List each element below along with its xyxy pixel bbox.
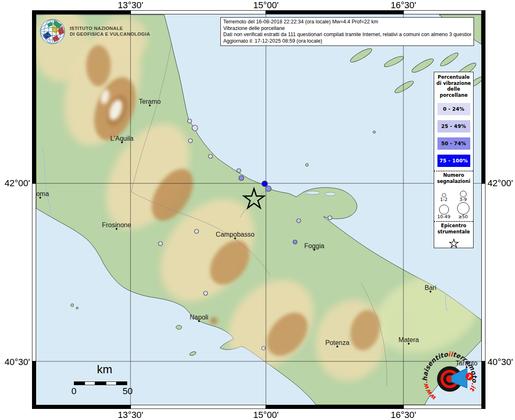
felt-report-point (208, 154, 213, 158)
legend-class-swatch: 25 - 49% (437, 120, 470, 132)
frame-segment (32, 361, 36, 409)
frame-bottom (32, 405, 485, 409)
frame-segment (481, 183, 485, 361)
felt-report-point (262, 181, 268, 187)
frame-segment (32, 10, 36, 183)
size-class-label: ≥50 (453, 215, 473, 219)
map-canvas: TeramoL'AquilaRomaFrosinoneCampobassoFog… (36, 14, 481, 405)
city-marker (39, 197, 41, 199)
scale-bar-unit: km (82, 363, 127, 376)
legend-color-classes: 0 - 24%25 - 49%50 - 74%75 - 100% (434, 103, 473, 167)
frame-segment (32, 10, 130, 14)
city-label: Frosinone (102, 221, 131, 228)
legend-title-line: porcellane (434, 92, 473, 98)
city-label: Potenza (325, 339, 350, 346)
city-marker (408, 343, 410, 345)
scale-bar-segment (74, 381, 85, 385)
axis-label-top-3: 16°30' (375, 0, 432, 11)
frame-top (32, 10, 485, 14)
felt-report-point (192, 125, 198, 131)
legend-title-line: Numero (434, 172, 473, 178)
legend-title-line: di vibrazione (434, 80, 473, 87)
city-marker (116, 228, 117, 230)
legend-class-swatch: 0 - 24% (437, 103, 470, 115)
axis-label-top-1: 13°30' (102, 0, 159, 11)
city-marker (198, 320, 200, 322)
axis-label-bottom-2: 15°00' (237, 410, 295, 420)
city-label: Bari (425, 284, 436, 291)
city-label: Napoli (190, 314, 208, 321)
frame-left (32, 10, 36, 409)
frame-segment (32, 405, 130, 409)
felt-report-point (266, 186, 271, 192)
event-info-box: Terremoto del 16-08-2018 22:22:34 (ora l… (220, 17, 474, 46)
legend-epicenter-star (434, 238, 473, 249)
legend-size-class: 1-2 (434, 185, 453, 202)
size-circle-icon (457, 202, 469, 215)
city-label: Roma (36, 190, 49, 197)
city-label: Teramo (139, 98, 160, 105)
city-label: Matera (398, 336, 419, 343)
felt-report-point (158, 242, 163, 246)
axis-label-right-2: 40°30' (488, 357, 513, 368)
frame-segment (403, 10, 485, 14)
ingv-globe-icon (39, 18, 66, 45)
felt-report-point (328, 216, 332, 220)
scale-bar-segment (117, 381, 127, 385)
legend-size-class: ≥50 (453, 202, 473, 219)
frame-segment (130, 10, 266, 14)
legend-percent-title: Percentuale di vibrazione delle porcella… (434, 72, 473, 98)
size-class-label: 1-2 (434, 197, 453, 202)
legend-title-line: delle (434, 86, 473, 92)
frame-segment (266, 405, 403, 409)
legend-title-line: segnalazioni (434, 178, 473, 185)
ingv-felt-map-page: TeramoL'AquilaRomaFrosinoneCampobassoFog… (0, 0, 515, 420)
felt-report-point (195, 229, 199, 233)
city-marker (314, 249, 315, 251)
axis-label-bottom-1: 13°30' (102, 410, 159, 420)
legend-divider (434, 171, 473, 171)
legend-divider (434, 221, 473, 222)
city-marker (430, 291, 431, 292)
scale-bar-start: 0 (70, 386, 78, 397)
event-effect: Vibrazione delle porcellane (223, 25, 471, 32)
haisentitoilterremoto-logo: ? www.haisentitoilterremoto.it (422, 348, 479, 407)
scale-bar-segment (85, 381, 95, 385)
legend-epicenter-title: Epicentro strumentale (434, 223, 473, 235)
axis-label-left-1: 42°00' (0, 178, 30, 189)
frame-segment (130, 405, 266, 409)
epicenter-star-icon (449, 238, 459, 249)
frame-right (481, 10, 485, 409)
logo-text-segment: .it (468, 382, 478, 393)
legend-class-swatch: 75 - 100% (437, 155, 470, 167)
legend-size-class: 10-49 (434, 202, 453, 219)
frame-segment (266, 10, 403, 14)
legend-size-classes: 1-23-910-49≥50 (434, 185, 473, 219)
frame-segment (32, 183, 36, 361)
size-circle-icon (439, 205, 449, 215)
city-label: L'Aquila (110, 135, 134, 142)
felt-report-point (239, 176, 244, 180)
legend-size-class: 3-9 (453, 185, 473, 202)
axis-label-right-1: 42°00' (488, 178, 513, 189)
city-marker (234, 237, 236, 239)
axis-label-left-2: 40°30' (0, 357, 30, 368)
city-marker (336, 346, 338, 347)
legend-title-line: strumentale (434, 229, 473, 235)
felt-report-point (204, 291, 208, 295)
legend-count-title: Numero segnalazioni (434, 172, 473, 184)
felt-report-point (262, 347, 266, 350)
ingv-logo: ISTITUTO NAZIONALE DI GEOFISICA E VULCAN… (39, 18, 163, 47)
city-label: Campobasso (216, 231, 254, 238)
scale-bar-end: 50 (121, 386, 135, 397)
felt-report-point (237, 169, 241, 173)
felt-report-point (297, 219, 301, 223)
size-class-label: 3-9 (453, 197, 473, 202)
axis-label-bottom-3: 16°30' (375, 410, 432, 420)
city-label: Foggia (304, 242, 325, 249)
felt-report-point (188, 119, 192, 123)
city-marker (121, 142, 123, 143)
city-marker (149, 105, 151, 106)
size-circle-icon (460, 191, 467, 197)
legend-class-swatch: 50 - 74% (437, 137, 470, 150)
